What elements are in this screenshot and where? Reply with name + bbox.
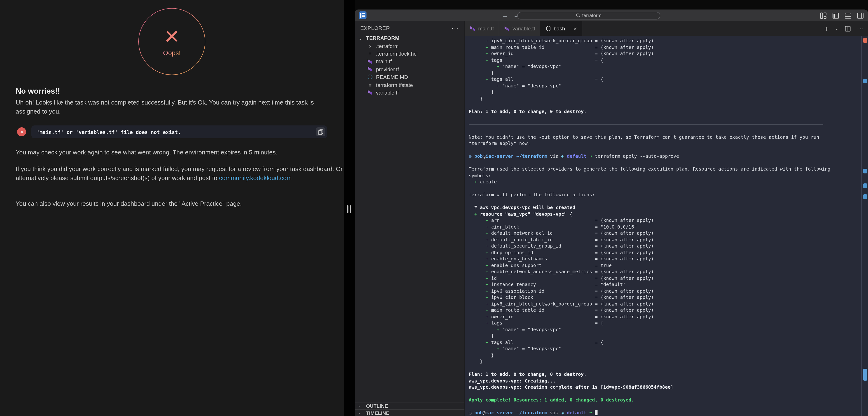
error-row: ✕ 'main.tf' or 'variables.tf' file does … xyxy=(16,125,327,139)
bash-icon xyxy=(545,26,551,31)
terminal-line: Note: You didn't use the -out option to … xyxy=(469,134,860,140)
tab-variable.tf[interactable]: variable.tf xyxy=(499,21,540,36)
terminal-line xyxy=(469,365,860,371)
explorer-more-icon[interactable]: ··· xyxy=(452,25,459,31)
terraform-file-icon xyxy=(504,25,510,32)
explorer-item-terraform.tfstate[interactable]: ≡terraform.tfstate xyxy=(354,81,464,89)
chevron-right-icon: › xyxy=(359,404,363,408)
file-tree: ⌄ TERRAFORM ›.terraform≡.terraform.lock.… xyxy=(354,34,464,96)
terminal-line xyxy=(469,121,860,127)
terraform-file-icon xyxy=(470,25,476,32)
command-center-search[interactable]: terraform xyxy=(517,12,660,19)
terminal-line: + resource "aws_vpc" "devops-vpc" { xyxy=(469,211,860,217)
terminal-line: + default_route_table_id = (known after … xyxy=(469,236,860,243)
terminal-line: + main_route_table_id = (known after app… xyxy=(469,44,860,51)
explorer-item-.terraform.lock.hcl[interactable]: ≡.terraform.lock.hcl xyxy=(354,50,464,58)
terminal-line: + main_route_table_id = (known after app… xyxy=(469,307,860,313)
terminal-line: + owner_id = (known after apply) xyxy=(469,313,860,320)
terminal-line: + owner_id = (known after apply) xyxy=(469,51,860,57)
terminal-line: Terraform used the selected providers to… xyxy=(469,166,860,172)
terminal-line: + ipv6_association_id = (known after app… xyxy=(469,288,860,294)
tab-bash[interactable]: bash✕ xyxy=(540,21,582,36)
back-icon[interactable]: ← xyxy=(502,12,508,19)
oops-label: Oops! xyxy=(163,49,181,56)
tab-main.tf[interactable]: main.tf xyxy=(465,21,499,36)
readme-info-icon: ⓘ xyxy=(367,73,373,81)
terminal-separator xyxy=(469,124,823,125)
toggle-panel-bottom-icon[interactable] xyxy=(845,12,851,19)
review-text: If you think you did your work correctly… xyxy=(16,164,343,183)
file-icon: ≡ xyxy=(367,51,373,57)
explorer-header: EXPLORER ··· xyxy=(354,21,464,34)
split-editor-icon[interactable] xyxy=(845,25,851,32)
scrollbar-mark xyxy=(863,194,867,199)
terraform-file-icon xyxy=(367,59,373,65)
toggle-sidebar-left-icon[interactable] xyxy=(832,12,839,19)
sidebar-bottom-sections: › OUTLINE › TIMELINE xyxy=(354,402,464,416)
terminal-line xyxy=(469,198,860,204)
results-text: You can also view your results in your d… xyxy=(16,199,344,208)
sidebar-section-outline[interactable]: › OUTLINE xyxy=(354,402,464,409)
terminal-line xyxy=(469,403,860,410)
explorer-item-provider.tf[interactable]: provider.tf xyxy=(354,65,464,73)
terminal-line: + ipv6_cidr_block_network_border_group =… xyxy=(469,300,860,307)
oops-circle: ✕ Oops! xyxy=(138,8,205,75)
terminal-line: + "name" = "devops-vpc" xyxy=(469,326,860,332)
explorer-item-main.tf[interactable]: main.tf xyxy=(354,58,464,65)
terminal-line: + enable_network_address_usage_metrics =… xyxy=(469,268,860,275)
more-actions-icon[interactable]: ··· xyxy=(857,25,864,32)
file-label: .terraform xyxy=(376,43,399,49)
terminal-line: aws_vpc.devops-vpc: Creating... xyxy=(469,378,860,384)
titlebar: ← → terraform xyxy=(354,9,868,21)
file-label: variable.tf xyxy=(376,90,399,96)
copy-button[interactable] xyxy=(316,127,325,136)
scrollbar-mark xyxy=(863,38,867,43)
task-result-panel: ✕ Oops! No worries!! Uh oh! Looks like t… xyxy=(0,0,344,416)
file-label: provider.tf xyxy=(376,66,399,72)
app-menu-icon[interactable] xyxy=(359,11,367,19)
explorer-item-README.MD[interactable]: ⓘREADME.MD xyxy=(354,73,464,81)
terminal-dropdown-icon[interactable]: ⌄ xyxy=(835,26,839,31)
explorer-item-variable.tf[interactable]: variable.tf xyxy=(354,89,464,96)
terminal-line: Apply complete! Resources: 1 added, 0 ch… xyxy=(469,397,860,403)
sidebar-section-timeline[interactable]: › TIMELINE xyxy=(354,409,464,416)
explorer-item-.terraform[interactable]: ›.terraform xyxy=(354,42,464,50)
terminal-line: + ipv6_cidr_block = (known after apply) xyxy=(469,294,860,300)
editor-tabbar: main.tfvariable.tfbash✕ + ⌄ ··· xyxy=(465,21,868,36)
new-terminal-icon[interactable]: + xyxy=(825,25,829,33)
toggle-sidebar-right-icon[interactable] xyxy=(857,12,864,19)
terminal-line: + id = (known after apply) xyxy=(469,275,860,281)
terminal-line: } xyxy=(469,89,860,95)
scrollbar-mark xyxy=(863,169,867,173)
file-icon: ≡ xyxy=(367,82,373,88)
explorer-sidebar: EXPLORER ··· ⌄ TERRAFORM ›.terraform≡.te… xyxy=(354,21,465,416)
nav-arrows: ← → xyxy=(502,9,520,21)
terminal-line: + ipv6_cidr_block_network_border_group =… xyxy=(469,37,860,44)
community-link[interactable]: community.kodekloud.com xyxy=(219,174,292,182)
terminal-line: } xyxy=(469,95,860,102)
customize-layout-icon[interactable] xyxy=(820,12,827,19)
search-icon xyxy=(576,13,580,18)
copy-icon xyxy=(318,129,323,135)
terminal-line: + default_security_group_id = (known aft… xyxy=(469,243,860,249)
tab-label: bash xyxy=(554,26,565,31)
terminal-line xyxy=(469,147,860,153)
terminal-line: + enable_dns_hostnames = (known after ap… xyxy=(469,256,860,262)
file-label: terraform.tfstate xyxy=(376,82,413,88)
search-value: terraform xyxy=(582,13,601,18)
chevron-right-icon: › xyxy=(359,411,363,415)
terminal-panel[interactable]: + ipv6_cidr_block_network_border_group =… xyxy=(465,36,868,416)
terminal-line: ● bob@iac-server ~/terraform via ◈ defau… xyxy=(469,153,860,159)
editor-area: main.tfvariable.tfbash✕ + ⌄ ··· + ipv6_c… xyxy=(465,21,868,416)
terminal-scrollbar[interactable] xyxy=(861,36,868,416)
intro-text: Uh oh! Looks like the task was not compl… xyxy=(16,98,337,116)
explorer-title: EXPLORER xyxy=(360,25,390,31)
terminal-line: + tags_all = { xyxy=(469,339,860,346)
terminal-line: Plan: 1 to add, 0 to change, 0 to destro… xyxy=(469,108,860,115)
error-message-box: 'main.tf' or 'variables.tf' file does no… xyxy=(31,125,327,138)
panel-resize-handle[interactable] xyxy=(347,205,351,213)
tree-root-terraform[interactable]: ⌄ TERRAFORM xyxy=(354,34,464,42)
check-text: You may check your work again to see wha… xyxy=(16,148,344,157)
terminal-line xyxy=(469,159,860,166)
close-icon[interactable]: ✕ xyxy=(573,26,577,31)
